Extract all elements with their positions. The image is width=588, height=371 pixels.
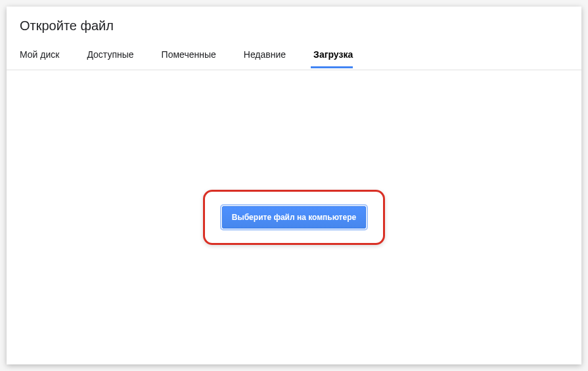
tab-shared[interactable]: Доступные xyxy=(87,43,145,70)
tab-label: Помеченные xyxy=(162,49,216,60)
tab-my-drive[interactable]: Мой диск xyxy=(20,43,71,70)
tab-upload[interactable]: Загрузка xyxy=(313,43,365,70)
dialog-title: Откройте файл xyxy=(7,7,581,43)
open-file-dialog: Откройте файл Мой диск Доступные Помечен… xyxy=(7,7,581,364)
tab-label: Недавние xyxy=(244,49,286,60)
tab-starred[interactable]: Помеченные xyxy=(162,43,228,70)
select-file-button[interactable]: Выберите файл на компьютере xyxy=(222,206,366,229)
tab-bar: Мой диск Доступные Помеченные Недавние З… xyxy=(7,43,581,70)
annotation-highlight: Выберите файл на компьютере xyxy=(203,190,385,245)
tab-recent[interactable]: Недавние xyxy=(244,43,298,70)
tab-label: Доступные xyxy=(87,49,133,60)
upload-panel: Выберите файл на компьютере xyxy=(7,70,581,364)
tab-label: Мой диск xyxy=(20,49,59,60)
tab-label: Загрузка xyxy=(313,49,353,60)
